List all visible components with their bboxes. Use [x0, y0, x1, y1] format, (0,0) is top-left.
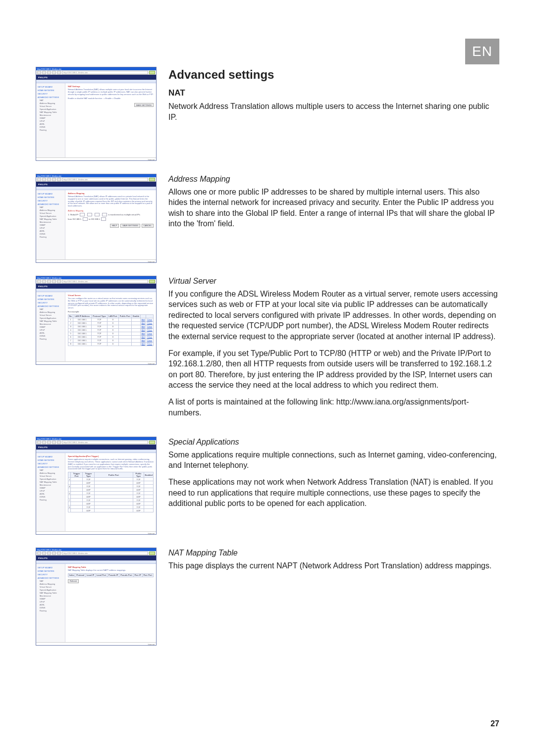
sa-th: Trigger Type [82, 472, 94, 478]
side-item: NAT Mapping Table [40, 111, 63, 113]
side-grp: SETUP WIZARD [38, 193, 63, 195]
side-item: UPnP [40, 120, 63, 122]
side-grp: SECURITY [38, 200, 63, 202]
side-item: Address Mapping [40, 311, 63, 313]
side-item: NAT Mapping Table [40, 218, 63, 220]
sa-th: Public Port [95, 472, 133, 478]
sa-row: UDPUDP [68, 481, 154, 485]
status-bar: Internet [36, 259, 156, 263]
panel-title: NAT Settings [68, 85, 154, 88]
side-item: Address Mapping [40, 472, 63, 474]
global-ip-suffix: is transformed as multiple virtual IPs [108, 213, 140, 216]
go-button [149, 280, 155, 283]
language-badge: EN [465, 39, 499, 64]
side-grp: SECURITY [38, 573, 63, 576]
sa-th: Enabled [144, 472, 154, 478]
side-grp: ADVANCED SETTINGS [38, 466, 63, 468]
side-grp: SETUP WIZARD [38, 455, 63, 458]
side-item: NAT [40, 469, 63, 471]
panel-title: NAT Mapping Table [68, 566, 154, 568]
mini-body: SETUP WIZARD HOME NETWORK SECURITY ADVAN… [36, 83, 156, 157]
ip-octet-input [87, 213, 92, 216]
section-address-mapping: http://192.168.1.1/index.stm http://192.… [36, 174, 499, 263]
mini-nat-mapping-table: http://192.168.1.1/index.stm http://192.… [36, 548, 157, 646]
side-grp: SETUP WIZARD [38, 566, 63, 569]
nmt-paragraph: This page displays the current NAPT (Net… [168, 560, 499, 571]
from-label: from 192.168.1. [68, 218, 82, 220]
side-item: Special Application [40, 589, 63, 591]
side-item: UPnP [40, 329, 63, 331]
vs-paragraph-3: A list of ports is maintained at the fol… [168, 397, 499, 418]
side-item: NAT Mapping Table [40, 481, 63, 483]
side-grp: ADVANCED SETTINGS [38, 577, 63, 579]
side-item: Special Application [40, 478, 63, 480]
vs-th: Protocol Type [91, 314, 107, 318]
section-special-applications: http://192.168.1.1/index.stm http://192.… [36, 437, 499, 535]
mini-main: NAT Mapping Table NAT Mapping Table disp… [65, 564, 156, 642]
sa-row: UDPUDP [68, 509, 154, 512]
nmt-th: Pseudo IP [107, 573, 119, 577]
vs-row: 2192.168.1.TCP0AddClean [68, 321, 154, 325]
virtual-server-text: Virtual Server If you configure the ADSL… [168, 276, 499, 424]
brand-bar: PHILIPS [36, 182, 156, 187]
brand-bar: PHILIPS [36, 555, 156, 560]
special-applications-text: Special Applications Some applications r… [168, 437, 499, 515]
vs-paragraph-2: For example, if you set Type/Public Port… [168, 348, 499, 391]
heading-nat-mapping-table: NAT Mapping Table [168, 548, 499, 558]
nat-toggle: Enable or disable NAT module function : … [68, 98, 154, 100]
page: EN http://192.168.1.1/index.stm http://1… [0, 0, 535, 756]
side-item: Address Mapping [40, 583, 63, 585]
mini-sidebar: SETUP WIZARD HOME NETWORK SECURITY ADVAN… [36, 190, 65, 259]
side-item: Virtual Server [40, 586, 63, 588]
vs-th [140, 314, 146, 318]
address-bar: http://192.168.1.1/index.stm [62, 178, 148, 181]
side-grp: HOME NETWORK [38, 89, 63, 92]
back-icon [37, 280, 41, 283]
side-item: NAT [40, 580, 63, 582]
sa-row: 5TCPTCP [68, 492, 154, 495]
side-grp: HOME NETWORK [38, 459, 63, 461]
heading-special-applications: Special Applications [168, 437, 499, 448]
home-icon [57, 441, 61, 444]
refresh-icon [52, 280, 56, 283]
page-number: 27 [490, 719, 499, 728]
side-item: SNMP [40, 598, 63, 600]
heading-advanced-settings: Advanced settings [168, 67, 499, 83]
example-row: For example: [68, 310, 154, 313]
side-item: Address Mapping [40, 209, 63, 211]
side-item: Virtual Server [40, 212, 63, 214]
vs-row: 4192.168.1.TCP0AddClean [68, 328, 154, 332]
section-nat-mapping-table: http://192.168.1.1/index.stm http://192.… [36, 548, 499, 646]
refresh-icon [52, 178, 56, 181]
side-grp: ADVANCED SETTINGS [38, 305, 63, 307]
section-virtual-server: http://192.168.1.1/index.stm http://192.… [36, 276, 499, 424]
heading-nat: NAT [168, 88, 499, 99]
nat-text: Advanced settings NAT Network Address Tr… [168, 67, 499, 129]
back-icon [37, 441, 41, 444]
panel-section: Address Mapping [68, 209, 154, 212]
vs-paragraph-1: If you configure the ADSL Wireless Modem… [168, 289, 499, 342]
back-icon [37, 178, 41, 181]
address-mapping-paragraph: Allows one or more public IP addresses t… [168, 187, 499, 229]
global-ip-label: 1. Global IP: [68, 213, 79, 216]
content: http://192.168.1.1/index.stm http://192.… [36, 67, 499, 658]
side-item: Special Application [40, 317, 63, 319]
side-item: DDNS [40, 233, 63, 235]
side-item: Address Mapping [40, 102, 63, 104]
button-row: HELP SAVE SETTINGS CANCEL [68, 224, 154, 228]
browser-toolbar: http://192.168.1.1/index.stm [36, 70, 156, 75]
side-item: NAT Mapping Table [40, 592, 63, 594]
stop-icon [47, 552, 51, 555]
mini-sidebar: SETUP WIZARD HOME NETWORK SECURITY ADVAN… [36, 453, 65, 531]
side-item: SNMP [40, 487, 63, 489]
side-grp: SETUP WIZARD [38, 295, 63, 297]
refresh-icon [52, 441, 56, 444]
status-bar: Internet [36, 361, 156, 365]
status-bar: Internet [36, 531, 156, 535]
cancel-button: CANCEL [142, 224, 154, 228]
side-item: NAT [40, 308, 63, 310]
sa-row: 9TCPTCP [68, 505, 154, 509]
vs-row: 5192.168.1.TCP0AddClean [68, 332, 154, 335]
fwd-icon [42, 71, 46, 74]
ip-octet-input [80, 213, 85, 216]
